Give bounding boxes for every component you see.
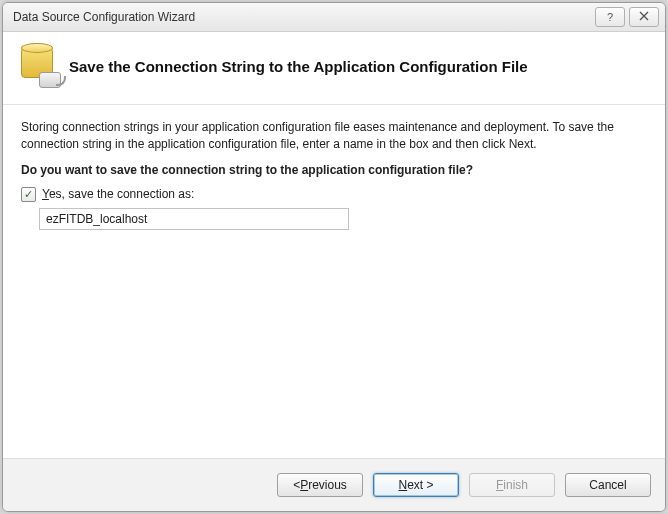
save-connection-label: Yes, save the connection as: <box>42 187 194 201</box>
close-button[interactable] <box>629 7 659 27</box>
cancel-button[interactable]: Cancel <box>565 473 651 497</box>
titlebar: Data Source Configuration Wizard ? <box>3 3 665 32</box>
close-icon <box>639 11 649 23</box>
previous-button[interactable]: < Previous <box>277 473 363 497</box>
connection-name-value: ezFITDB_localhost <box>46 212 147 226</box>
next-button[interactable]: Next > <box>373 473 459 497</box>
wizard-header: Save the Connection String to the Applic… <box>3 32 665 105</box>
checkmark-icon: ✓ <box>24 189 33 200</box>
save-connection-checkbox-row: ✓ Yes, save the connection as: <box>21 187 647 202</box>
wizard-footer: < Previous Next > Finish Cancel <box>3 458 665 511</box>
question-text: Do you want to save the connection strin… <box>21 163 647 177</box>
wizard-window: Data Source Configuration Wizard ? Save … <box>2 2 666 512</box>
wizard-body: Storing connection strings in your appli… <box>3 105 665 458</box>
database-connection-icon <box>19 46 59 86</box>
save-connection-checkbox[interactable]: ✓ <box>21 187 36 202</box>
page-title: Save the Connection String to the Applic… <box>69 58 528 75</box>
finish-button: Finish <box>469 473 555 497</box>
description-text: Storing connection strings in your appli… <box>21 119 647 153</box>
help-button[interactable]: ? <box>595 7 625 27</box>
window-title: Data Source Configuration Wizard <box>13 10 591 24</box>
connection-name-input[interactable]: ezFITDB_localhost <box>39 208 349 230</box>
